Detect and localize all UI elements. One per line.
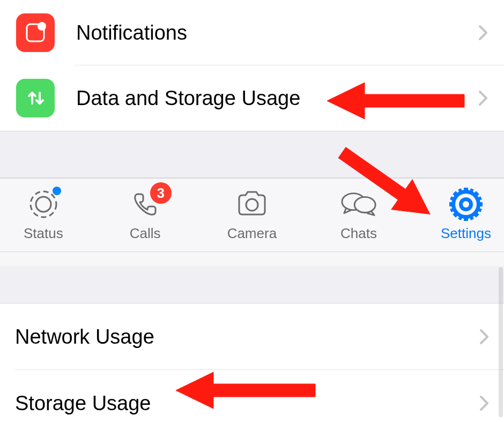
usage-list: Network Usage Storage Usage <box>0 303 504 422</box>
camera-icon <box>233 189 271 220</box>
settings-list: Notifications Data and Storage Usage <box>0 0 504 131</box>
svg-rect-16 <box>477 202 483 206</box>
calls-badge: 3 <box>150 182 172 204</box>
row-notifications[interactable]: Notifications <box>0 0 504 65</box>
svg-point-1 <box>38 22 46 31</box>
svg-rect-15 <box>449 202 455 206</box>
chats-icon <box>340 189 377 220</box>
chevron-right-icon <box>479 395 489 411</box>
scrollbar[interactable] <box>499 267 503 417</box>
svg-point-6 <box>246 199 258 211</box>
tab-status[interactable]: Status <box>24 189 63 242</box>
data-storage-icon <box>16 79 55 117</box>
tab-camera[interactable]: Camera <box>227 189 277 242</box>
status-icon <box>25 189 62 220</box>
tab-chats[interactable]: Chats <box>340 189 377 242</box>
notifications-icon <box>16 13 55 52</box>
svg-rect-13 <box>464 188 468 193</box>
svg-point-4 <box>31 191 56 217</box>
row-data-storage-label: Data and Storage Usage <box>76 87 478 110</box>
svg-point-5 <box>36 197 51 212</box>
row-network-usage[interactable]: Network Usage <box>0 303 504 370</box>
svg-point-8 <box>354 197 375 212</box>
tab-settings-label: Settings <box>441 225 491 242</box>
row-data-storage[interactable]: Data and Storage Usage <box>0 65 504 131</box>
section-gap <box>0 266 504 303</box>
tab-status-label: Status <box>24 225 63 242</box>
row-storage-usage-label: Storage Usage <box>15 392 479 415</box>
gear-icon <box>447 189 485 220</box>
section-gap <box>0 131 504 178</box>
phone-icon: 3 <box>127 189 164 220</box>
status-dot-icon <box>53 187 61 195</box>
tab-calls[interactable]: 3 Calls <box>127 189 164 242</box>
tab-chats-label: Chats <box>340 225 377 242</box>
svg-point-12 <box>463 201 469 208</box>
tab-bar: Status 3 Calls Camera Chat <box>0 178 504 252</box>
chevron-right-icon <box>479 329 489 345</box>
row-notifications-label: Notifications <box>76 21 478 45</box>
chevron-right-icon <box>478 90 488 106</box>
svg-rect-14 <box>464 216 468 221</box>
chevron-right-icon <box>478 25 488 41</box>
tab-camera-label: Camera <box>227 225 277 242</box>
tab-settings[interactable]: Settings <box>441 189 491 242</box>
section-gap <box>0 252 504 266</box>
row-storage-usage[interactable]: Storage Usage <box>0 370 504 422</box>
tab-calls-label: Calls <box>130 225 161 242</box>
row-network-usage-label: Network Usage <box>15 325 479 349</box>
